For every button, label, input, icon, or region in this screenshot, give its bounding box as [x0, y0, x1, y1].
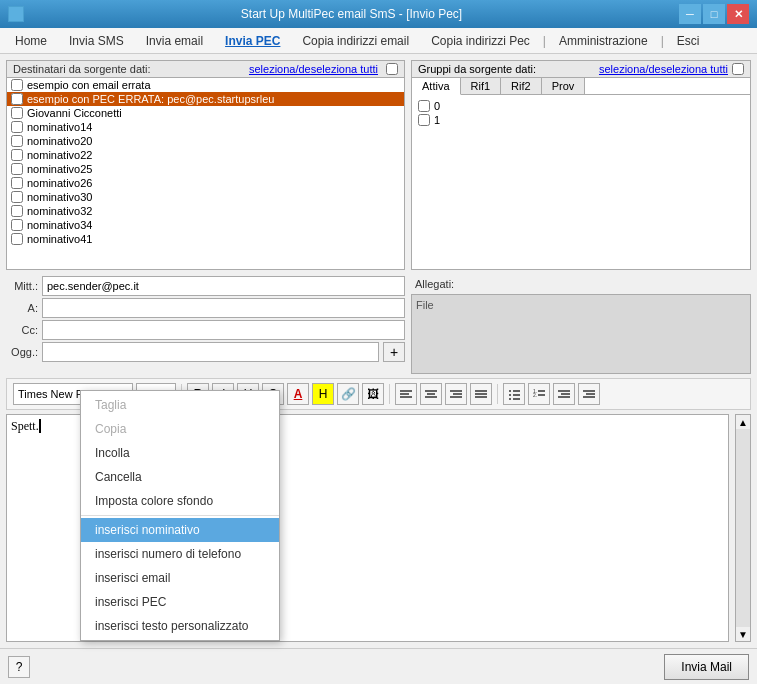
list-ol-button[interactable]: 1.2.: [528, 383, 550, 405]
svg-point-14: [509, 394, 511, 396]
list-item[interactable]: Giovanni Cicconetti: [7, 106, 404, 120]
menu-sep2: |: [659, 34, 666, 48]
context-menu: Taglia Copia Incolla Cancella Imposta co…: [80, 390, 280, 641]
list-item[interactable]: nominativo25: [7, 162, 404, 176]
align-right-button[interactable]: [445, 383, 467, 405]
window-title: Start Up MultiPec email SmS - [Invio Pec…: [24, 7, 679, 21]
mitt-input[interactable]: [42, 276, 405, 296]
gruppi-header: Gruppi da sorgente dati: seleziona/desel…: [412, 61, 750, 78]
list-item[interactable]: nominativo32: [7, 204, 404, 218]
menu-copia-pec[interactable]: Copia indirizzi Pec: [420, 30, 541, 52]
gruppi-item[interactable]: 0: [416, 99, 746, 113]
list-item-checkbox[interactable]: [11, 135, 23, 147]
list-item-checkbox[interactable]: [11, 177, 23, 189]
menu-home[interactable]: Home: [4, 30, 58, 52]
align-justify-icon: [475, 388, 487, 400]
add-allegato-button[interactable]: +: [383, 342, 405, 362]
destinatari-seleziona-link[interactable]: seleziona/deseleziona tutti: [249, 63, 378, 75]
cc-input[interactable]: [42, 320, 405, 340]
gruppi-item-checkbox[interactable]: [418, 100, 430, 112]
close-button[interactable]: ✕: [727, 4, 749, 24]
indent-icon: [583, 388, 595, 400]
list-item[interactable]: esempio con PEC ERRATA: pec@pec.startups…: [7, 92, 404, 106]
align-justify-button[interactable]: [470, 383, 492, 405]
list-item[interactable]: nominativo30: [7, 190, 404, 204]
a-label: A:: [6, 302, 38, 314]
list-item-checkbox[interactable]: [11, 205, 23, 217]
menu-amministrazione[interactable]: Amministrazione: [548, 30, 659, 52]
list-item-checkbox[interactable]: [11, 219, 23, 231]
send-button[interactable]: Invia Mail: [664, 654, 749, 680]
gruppi-seleziona-link[interactable]: seleziona/deseleziona tutti: [599, 63, 728, 75]
list-item[interactable]: nominativo34: [7, 218, 404, 232]
scroll-track[interactable]: [736, 429, 750, 627]
menu-sms[interactable]: Invia SMS: [58, 30, 135, 52]
minimize-button[interactable]: ─: [679, 4, 701, 24]
ctx-inserisci-email[interactable]: inserisci email: [81, 566, 279, 590]
ctx-inserisci-telefono[interactable]: inserisci numero di telefono: [81, 542, 279, 566]
gruppi-item-label: 1: [434, 114, 440, 126]
ctx-inserisci-nominativo[interactable]: inserisci nominativo: [81, 518, 279, 542]
scroll-up-arrow[interactable]: ▲: [736, 415, 750, 429]
list-item-checkbox[interactable]: [11, 149, 23, 161]
list-ul-button[interactable]: [503, 383, 525, 405]
list-item-checkbox[interactable]: [11, 233, 23, 245]
gruppi-item[interactable]: 1: [416, 113, 746, 127]
align-left-icon: [400, 388, 412, 400]
list-item[interactable]: nominativo26: [7, 176, 404, 190]
ctx-imposta-sfondo[interactable]: Imposta colore sfondo: [81, 489, 279, 513]
scroll-down-arrow[interactable]: ▼: [736, 627, 750, 641]
gruppi-item-checkbox[interactable]: [418, 114, 430, 126]
maximize-button[interactable]: □: [703, 4, 725, 24]
tab-rif1[interactable]: Rif1: [461, 78, 502, 94]
menu-copia-email[interactable]: Copia indirizzi email: [291, 30, 420, 52]
tab-rif2[interactable]: Rif2: [501, 78, 542, 94]
tab-attiva[interactable]: Attiva: [412, 78, 461, 95]
list-item-checkbox[interactable]: [11, 121, 23, 133]
align-left-button[interactable]: [395, 383, 417, 405]
allegati-area: File: [411, 294, 751, 374]
svg-point-16: [509, 398, 511, 400]
align-center-button[interactable]: [420, 383, 442, 405]
list-item-checkbox[interactable]: [11, 107, 23, 119]
menu-esci[interactable]: Esci: [666, 30, 711, 52]
ogg-input[interactable]: [42, 342, 379, 362]
list-item-checkbox[interactable]: [11, 191, 23, 203]
title-bar: Start Up MultiPec email SmS - [Invio Pec…: [0, 0, 757, 28]
menu-pec[interactable]: Invia PEC: [214, 30, 291, 52]
window-controls: ─ □ ✕: [679, 4, 749, 24]
ctx-inserisci-testo[interactable]: inserisci testo personalizzato: [81, 614, 279, 638]
gruppi-select-all-checkbox[interactable]: [732, 63, 744, 75]
app-icon: [8, 6, 24, 22]
tab-prov[interactable]: Prov: [542, 78, 586, 94]
list-item[interactable]: esempio con email errata: [7, 78, 404, 92]
image-button[interactable]: 🖼: [362, 383, 384, 405]
list-item-checkbox[interactable]: [11, 79, 23, 91]
menu-bar: Home Invia SMS Invia email Invia PEC Cop…: [0, 28, 757, 54]
mitt-label: Mitt.:: [6, 280, 38, 292]
list-item-checkbox[interactable]: [11, 163, 23, 175]
list-item[interactable]: nominativo14: [7, 120, 404, 134]
ctx-separator: [81, 515, 279, 516]
gruppi-item-label: 0: [434, 100, 440, 112]
menu-email[interactable]: Invia email: [135, 30, 214, 52]
destinatari-select-all-checkbox[interactable]: [386, 63, 398, 75]
list-item[interactable]: nominativo20: [7, 134, 404, 148]
text-color-button[interactable]: A: [287, 383, 309, 405]
destinatari-header: Destinatari da sorgente dati: seleziona/…: [7, 61, 404, 78]
list-item-checkbox[interactable]: [11, 93, 23, 105]
a-input[interactable]: [42, 298, 405, 318]
list-item[interactable]: nominativo22: [7, 148, 404, 162]
highlight-button[interactable]: H: [312, 383, 334, 405]
gruppi-panel: Gruppi da sorgente dati: seleziona/desel…: [411, 60, 751, 270]
allegati-section: Allegati: File: [411, 276, 751, 374]
ctx-incolla[interactable]: Incolla: [81, 441, 279, 465]
help-button[interactable]: ?: [8, 656, 30, 678]
editor-text: Spett.: [11, 419, 39, 433]
link-button[interactable]: 🔗: [337, 383, 359, 405]
list-item[interactable]: nominativo41: [7, 232, 404, 246]
ctx-cancella[interactable]: Cancella: [81, 465, 279, 489]
ctx-inserisci-pec[interactable]: inserisci PEC: [81, 590, 279, 614]
indent-button[interactable]: [578, 383, 600, 405]
outdent-button[interactable]: [553, 383, 575, 405]
